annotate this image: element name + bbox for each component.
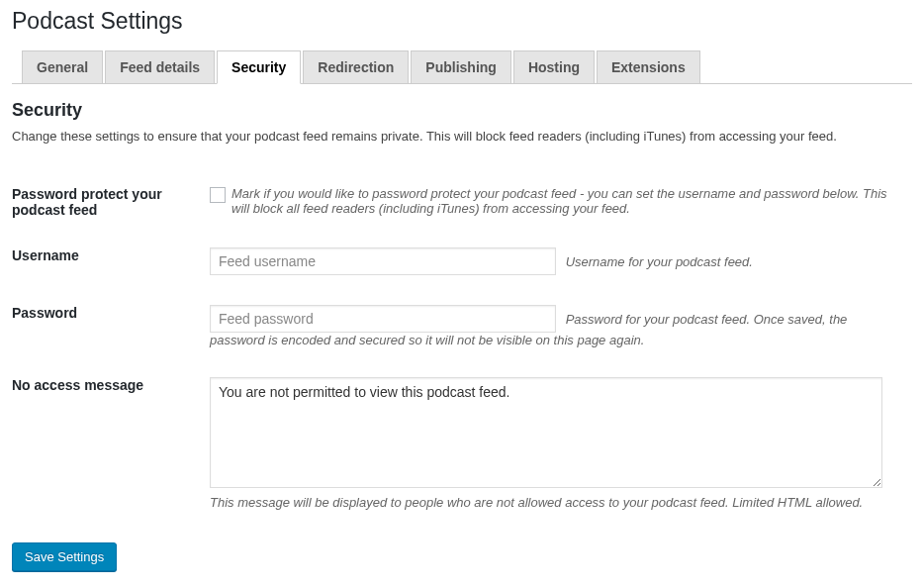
tab-redirection[interactable]: Redirection [303, 50, 409, 84]
username-label: Username [12, 233, 210, 290]
no-access-label: No access message [12, 362, 210, 525]
password-input[interactable] [210, 305, 556, 333]
no-access-textarea[interactable] [210, 377, 882, 488]
tab-security[interactable]: Security [217, 50, 301, 84]
tab-hosting[interactable]: Hosting [513, 50, 595, 84]
page-title: Podcast Settings [12, 8, 912, 35]
no-access-description: This message will be displayed to people… [210, 495, 902, 510]
settings-form: Password protect your podcast feed Mark … [12, 171, 912, 525]
tab-feed-details[interactable]: Feed details [105, 50, 215, 84]
section-description: Change these settings to ensure that you… [12, 129, 912, 144]
tabs-nav: General Feed details Security Redirectio… [12, 49, 912, 84]
password-label: Password [12, 290, 210, 362]
password-protect-checkbox[interactable] [210, 187, 226, 203]
username-input[interactable] [210, 247, 556, 275]
password-protect-description: Mark if you would like to password prote… [231, 186, 902, 216]
save-button[interactable]: Save Settings [12, 542, 117, 571]
password-protect-label: Password protect your podcast feed [12, 171, 210, 233]
tab-publishing[interactable]: Publishing [411, 50, 511, 84]
section-title: Security [12, 100, 912, 121]
tab-extensions[interactable]: Extensions [597, 50, 700, 84]
username-description: Username for your podcast feed. [566, 254, 753, 269]
tab-general[interactable]: General [22, 50, 103, 84]
